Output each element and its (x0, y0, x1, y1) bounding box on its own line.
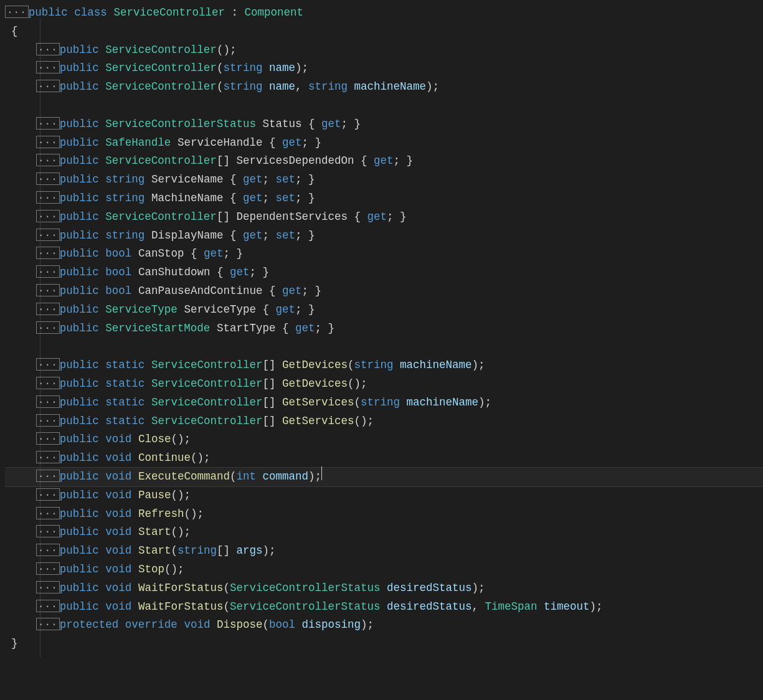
fold-icon[interactable]: ... (36, 488, 60, 501)
fold-icon[interactable]: ... (36, 61, 60, 73)
method: ...public void Start(string[] args); (5, 542, 763, 560)
property: ...public bool CanStop { get; } (5, 245, 763, 263)
property: ...public ServiceControllerStatus Status… (5, 115, 763, 134)
method: ...public void Pause(); (5, 486, 763, 505)
fold-icon[interactable]: ... (36, 80, 60, 92)
fold-icon[interactable]: ... (36, 600, 60, 612)
constructor: ...public ServiceController(); (5, 41, 763, 60)
method: ...public void Start(); (5, 523, 763, 542)
text-cursor (321, 466, 322, 480)
method: ...public void Stop(); (5, 560, 763, 579)
fold-icon[interactable]: ... (36, 395, 60, 408)
fold-icon[interactable]: ... (36, 581, 60, 594)
method: ...public static ServiceController[] Get… (5, 375, 763, 394)
fold-icon[interactable]: ... (36, 470, 60, 482)
method: ...protected override void Dispose(bool … (5, 616, 763, 635)
method: ...public void WaitForStatus(ServiceCont… (5, 579, 763, 598)
fold-icon[interactable]: ... (36, 525, 60, 537)
property: ...public string MachineName { get; set;… (5, 189, 763, 208)
fold-icon[interactable]: ... (36, 432, 60, 445)
constructor: ...public ServiceController(string name)… (5, 59, 763, 78)
fold-icon[interactable]: ... (36, 414, 60, 427)
method: ...public static ServiceController[] Get… (5, 356, 763, 375)
fold-icon[interactable]: ... (36, 618, 60, 630)
blank (5, 97, 763, 115)
method: ...public void ExecuteCommand(int comman… (5, 467, 763, 487)
fold-icon[interactable]: ... (36, 247, 60, 259)
brace-close: } (5, 635, 763, 653)
property: ...public bool CanShutdown { get; } (5, 263, 763, 282)
method: ...public static ServiceController[] Get… (5, 412, 763, 431)
method: ...public void Refresh(); (5, 505, 763, 524)
method: ...public void WaitForStatus(ServiceCont… (5, 598, 763, 617)
fold-icon[interactable]: ... (36, 507, 60, 519)
brace-open: { (5, 22, 763, 41)
property: ...public ServiceType ServiceType { get;… (5, 301, 763, 319)
fold-icon[interactable]: ... (36, 321, 60, 334)
fold-icon[interactable]: ... (36, 117, 60, 130)
fold-icon[interactable]: ... (36, 284, 60, 296)
code-editor[interactable]: ...public class ServiceController : Comp… (0, 0, 763, 653)
fold-icon[interactable]: ... (36, 136, 60, 148)
property: ...public SafeHandle ServiceHandle { get… (5, 134, 763, 153)
fold-icon[interactable]: ... (36, 43, 60, 55)
method: ...public static ServiceController[] Get… (5, 394, 763, 412)
property: ...public string DisplayName { get; set;… (5, 227, 763, 245)
fold-icon[interactable]: ... (5, 6, 29, 18)
fold-icon[interactable]: ... (36, 229, 60, 241)
fold-icon[interactable]: ... (36, 173, 60, 185)
fold-icon[interactable]: ... (36, 562, 60, 575)
fold-icon[interactable]: ... (36, 191, 60, 204)
method: ...public void Continue(); (5, 449, 763, 468)
constructor: ...public ServiceController(string name,… (5, 78, 763, 97)
fold-icon[interactable]: ... (36, 544, 60, 556)
fold-icon[interactable]: ... (36, 377, 60, 389)
method: ...public void Close(); (5, 430, 763, 449)
fold-icon[interactable]: ... (36, 358, 60, 371)
property: ...public string ServiceName { get; set;… (5, 171, 763, 189)
class-header: ...public class ServiceController : Comp… (5, 4, 763, 22)
property: ...public ServiceStartMode StartType { g… (5, 319, 763, 338)
fold-icon[interactable]: ... (36, 154, 60, 166)
property: ...public ServiceController[] ServicesDe… (5, 152, 763, 171)
fold-icon[interactable]: ... (36, 451, 60, 463)
property: ...public ServiceController[] DependentS… (5, 208, 763, 227)
blank (5, 338, 763, 356)
fold-icon[interactable]: ... (36, 265, 60, 278)
property: ...public bool CanPauseAndContinue { get… (5, 282, 763, 301)
fold-icon[interactable]: ... (36, 303, 60, 315)
fold-icon[interactable]: ... (36, 210, 60, 222)
